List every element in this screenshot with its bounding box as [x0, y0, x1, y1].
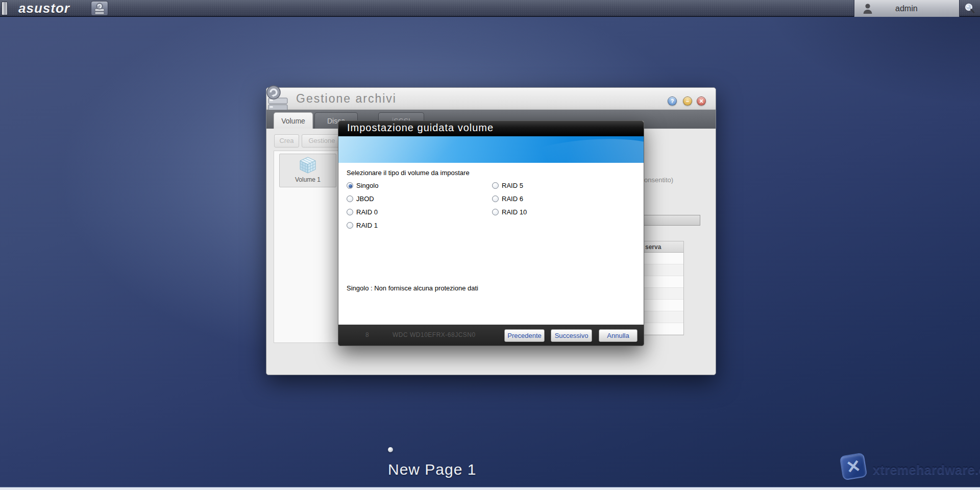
ghost-disk-bay: 8 — [365, 325, 369, 346]
radio-icon-jbod[interactable] — [347, 195, 353, 202]
bullet-dot — [388, 447, 393, 452]
user-icon — [863, 3, 873, 14]
storage-manager-icon — [93, 3, 106, 15]
radio-icon-raid5[interactable] — [492, 182, 499, 189]
radio-option-raid0[interactable]: RAID 0 — [347, 207, 378, 216]
volume-list-panel: Volume 1 — [274, 151, 341, 343]
window-titlebar[interactable]: Gestione archivi ? – ✕ — [266, 88, 716, 110]
window-minimize-button[interactable]: – — [683, 96, 692, 106]
dialog-titlebar[interactable]: Impostazione guidata volume — [338, 121, 644, 136]
dialog-content: Selezionare il tipo di volume da imposta… — [338, 163, 644, 326]
dialog-footer: 8 WDC WD10EFRX-68JCSN0 Precedente Succes… — [338, 325, 644, 346]
volume-list-item[interactable]: Volume 1 — [279, 154, 336, 187]
next-button[interactable]: Successivo — [551, 329, 592, 342]
radio-option-jbod[interactable]: JBOD — [347, 194, 374, 203]
window-close-button[interactable]: ✕ — [697, 96, 706, 106]
taskbar-handle[interactable] — [2, 2, 8, 15]
dialog-title: Impostazione guidata volume — [347, 122, 494, 134]
create-volume-button[interactable]: Crea — [274, 134, 299, 148]
previous-button[interactable]: Precedente — [504, 329, 545, 342]
radio-icon-singolo[interactable] — [347, 182, 353, 189]
radio-option-raid1[interactable]: RAID 1 — [347, 220, 378, 230]
radio-icon-raid10[interactable] — [492, 209, 499, 215]
xtremehardware-badge-icon: ✕ — [840, 453, 868, 481]
dialog-banner — [338, 136, 644, 163]
username-label: admin — [895, 0, 918, 17]
radio-option-raid10[interactable]: RAID 10 — [492, 207, 527, 216]
clipped-info-text: onsentito) — [644, 176, 673, 184]
search-icon — [964, 3, 976, 15]
radio-icon-raid6[interactable] — [492, 195, 499, 202]
volume-wizard-dialog: Impostazione guidata volume Selezionare … — [338, 120, 644, 346]
top-taskbar: asustor admin — [0, 0, 980, 17]
bottom-edge-strip — [0, 487, 980, 490]
volume-item-label: Volume 1 — [280, 176, 336, 183]
manage-volume-button[interactable]: Gestione — [302, 134, 342, 148]
radio-icon-raid0[interactable] — [347, 209, 353, 215]
watermark: ✕ xtremehardware.com — [837, 452, 975, 484]
search-button[interactable] — [960, 0, 980, 17]
cancel-button[interactable]: Annulla — [599, 329, 638, 342]
user-panel[interactable]: admin — [854, 0, 960, 17]
window-title: Gestione archivi — [296, 92, 397, 106]
tab-volume[interactable]: Volume — [274, 112, 313, 129]
dialog-prompt: Selezionare il tipo di volume da imposta… — [347, 169, 470, 177]
volume-cube-icon — [298, 156, 317, 175]
radio-option-raid6[interactable]: RAID 6 — [492, 194, 523, 203]
option-description: Singolo : Non fornisce alcuna protezione… — [347, 284, 478, 292]
asustor-logo: asustor — [18, 0, 70, 17]
radio-icon-raid1[interactable] — [347, 222, 353, 229]
desktop: asustor admin — [0, 0, 980, 490]
storage-manager-window-icon — [265, 85, 289, 113]
ghost-disk-model: WDC WD10EFRX-68JCSN0 — [393, 325, 476, 346]
taskbar-app-storage-manager[interactable] — [91, 1, 108, 16]
window-help-button[interactable]: ? — [668, 96, 677, 106]
page-caption: New Page 1 — [388, 461, 476, 478]
watermark-text: xtremehardware.com — [873, 462, 980, 477]
radio-option-raid5[interactable]: RAID 5 — [492, 181, 523, 190]
radio-option-singolo[interactable]: Singolo — [347, 181, 378, 190]
